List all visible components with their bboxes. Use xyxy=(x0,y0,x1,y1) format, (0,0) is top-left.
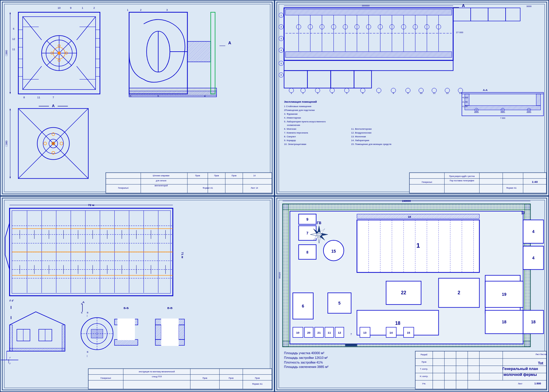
svg-marker-304 xyxy=(10,312,65,351)
svg-text:3. Фуражная: 3. Фуражная xyxy=(284,113,298,115)
svg-text:3: 3 xyxy=(317,92,318,94)
svg-rect-141 xyxy=(506,8,520,21)
svg-text:4: 4 xyxy=(331,92,333,94)
svg-text:5: 5 xyxy=(280,62,282,65)
svg-text:20: 20 xyxy=(307,331,311,334)
svg-text:6. Моечная: 6. Моечная xyxy=(284,128,296,130)
svg-text:4: 4 xyxy=(532,229,535,234)
svg-text:14: 14 xyxy=(253,175,256,177)
svg-text:А: А xyxy=(52,104,55,108)
svg-rect-335 xyxy=(117,318,135,340)
svg-rect-64 xyxy=(129,91,216,95)
svg-text:молочной фермы: молочной фермы xyxy=(504,372,537,377)
svg-rect-307 xyxy=(10,348,65,351)
svg-text:Лист 14: Лист 14 xyxy=(251,187,258,189)
svg-text:4: 4 xyxy=(532,256,535,260)
svg-text:стенд ПТЛ: стенд ПТЛ xyxy=(152,376,162,378)
svg-text:13. Молочная: 13. Молочная xyxy=(351,135,366,138)
svg-text:12: 12 xyxy=(12,38,15,40)
svg-rect-338 xyxy=(155,325,161,339)
svg-text:4: 4 xyxy=(280,49,282,52)
svg-text:Г: Г xyxy=(10,362,11,365)
svg-line-20 xyxy=(59,53,72,66)
svg-text:21: 21 xyxy=(317,331,321,334)
svg-text:2: 2 xyxy=(302,92,304,94)
svg-rect-140 xyxy=(488,8,506,21)
svg-text:11. Вентиляторная: 11. Вентиляторная xyxy=(351,128,372,130)
svg-text:10. Электрощитовая: 10. Электрощитовая xyxy=(284,143,306,146)
svg-text:Пров: Пров xyxy=(214,175,219,177)
svg-text:Пров: Пров xyxy=(195,175,200,177)
svg-rect-334 xyxy=(114,339,138,345)
svg-text:3000: 3000 xyxy=(526,5,532,8)
svg-text:В: В xyxy=(87,311,88,314)
svg-text:1:40: 1:40 xyxy=(532,180,538,183)
svg-line-85 xyxy=(18,109,53,143)
svg-text:2: 2 xyxy=(280,26,282,28)
svg-text:Пров: Пров xyxy=(255,377,260,379)
svg-line-24 xyxy=(47,40,59,53)
svg-rect-137 xyxy=(354,71,372,88)
svg-text:5: 5 xyxy=(130,94,131,97)
svg-text:Разраб: Разраб xyxy=(421,354,427,356)
svg-text:8: 8 xyxy=(306,250,309,254)
svg-text:13: 13 xyxy=(363,331,367,334)
svg-text:Б: Б xyxy=(81,303,82,305)
svg-text:Формат А1: Формат А1 xyxy=(506,187,516,189)
svg-rect-117 xyxy=(286,9,452,15)
svg-text:2Помещение для подстилки: 2Помещение для подстилки xyxy=(284,109,315,111)
svg-text:2: 2 xyxy=(140,9,141,11)
svg-text:9. Коридор: 9. Коридор xyxy=(284,139,296,142)
svg-text:1:800: 1:800 xyxy=(534,382,541,385)
svg-text:инструкция по монтажу механиче: инструкция по монтажу механической xyxy=(139,371,175,373)
svg-line-86 xyxy=(53,109,88,143)
svg-text:11: 11 xyxy=(37,96,40,99)
svg-text:15. Помещение для моющих средс: 15. Помещение для моющих средств xyxy=(351,143,391,146)
svg-rect-305 xyxy=(10,325,13,351)
svg-rect-146 xyxy=(536,94,540,106)
svg-text:-0,250: -0,250 xyxy=(462,105,468,107)
svg-text:6000: 6000 xyxy=(474,111,479,113)
svg-rect-94 xyxy=(106,173,272,193)
svg-text:9: 9 xyxy=(407,92,409,94)
svg-text:Б-Б: Б-Б xyxy=(123,306,129,310)
svg-text:1: 1 xyxy=(82,6,83,9)
svg-text:18: 18 xyxy=(408,215,411,218)
svg-text:3: 3 xyxy=(280,37,282,40)
svg-text:15: 15 xyxy=(331,249,336,254)
svg-text:10: 10 xyxy=(420,92,422,94)
svg-text:2: 2 xyxy=(93,6,95,9)
svg-marker-255 xyxy=(5,223,10,269)
svg-text:Пров: Пров xyxy=(202,377,207,379)
svg-text:2: 2 xyxy=(476,109,477,111)
svg-text:10: 10 xyxy=(296,331,300,334)
svg-text:4: 4 xyxy=(528,109,530,111)
svg-text:72 м: 72 м xyxy=(88,203,94,207)
svg-point-84 xyxy=(44,142,47,145)
svg-text:3: 3 xyxy=(166,9,168,11)
svg-text:Плотность застройки 41%: Плотность застройки 41% xyxy=(284,361,323,364)
svg-text:8: 8 xyxy=(393,92,394,94)
svg-rect-135 xyxy=(307,71,331,88)
svg-text:ГВ: ГВ xyxy=(317,221,321,225)
svg-rect-363 xyxy=(283,204,531,210)
svg-text:8. Санузел: 8. Санузел xyxy=(284,135,296,138)
svg-rect-73 xyxy=(211,12,215,94)
svg-text:8: 8 xyxy=(23,96,25,99)
svg-rect-114 xyxy=(277,2,547,194)
svg-rect-7 xyxy=(4,4,270,192)
svg-text:6: 6 xyxy=(157,94,159,97)
svg-text:Гениральні: Гениральні xyxy=(422,181,432,183)
svg-rect-118 xyxy=(286,52,452,58)
svg-text:9: 9 xyxy=(306,217,309,222)
svg-line-87 xyxy=(18,143,53,178)
svg-text:7: 7 xyxy=(306,231,309,235)
svg-text:5: 5 xyxy=(338,301,341,305)
svg-text:Tot: Tot xyxy=(538,361,543,365)
svg-text:вентиляторой: вентиляторой xyxy=(155,185,168,187)
svg-text:71 м: 71 м xyxy=(181,252,184,258)
svg-text:Пров: Пров xyxy=(229,377,234,379)
svg-text:□380: □380 xyxy=(5,50,8,56)
panel-top-right: А-А 6000 5000 6000 7 000 +4,000 -0,150 -… xyxy=(274,0,549,196)
svg-text:1: 1 xyxy=(291,92,292,94)
